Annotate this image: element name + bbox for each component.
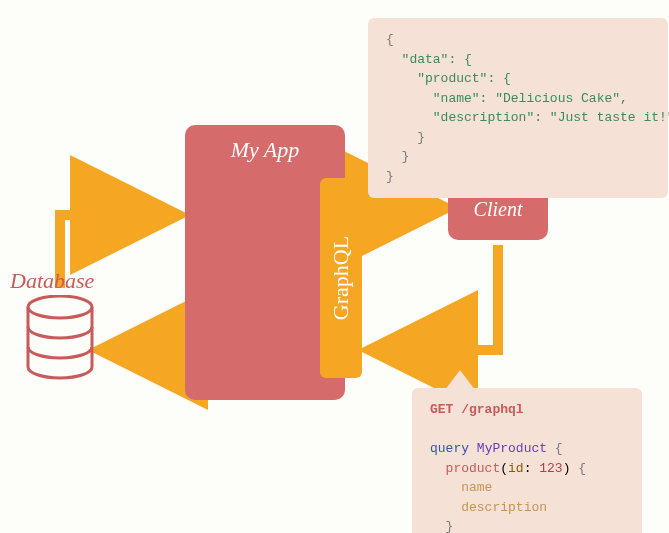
arrow-client-to-graphql [378,245,498,350]
response-bubble-tail [410,145,440,165]
app-label: My App [185,137,345,163]
response-bubble: { "data": { "product": { "name": "Delici… [368,18,668,198]
request-bubble: GET /graphql query MyProduct { product(i… [412,388,642,533]
database-icon [25,295,95,380]
svg-point-0 [28,296,92,318]
request-bubble-tail [445,370,475,390]
graphql-block: GraphQL [320,178,362,378]
client-label: Client [474,198,523,221]
database-label: Database [10,268,94,294]
graphql-label: GraphQL [328,236,354,320]
